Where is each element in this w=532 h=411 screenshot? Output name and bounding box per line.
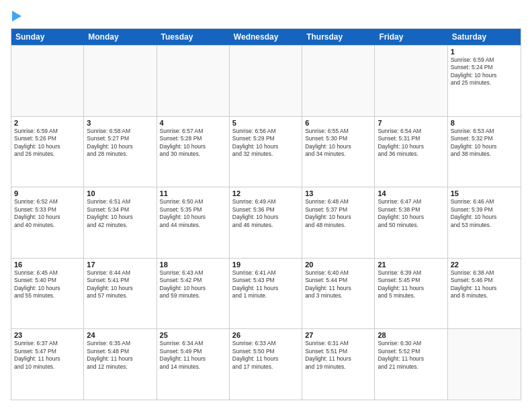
day-info: Sunrise: 6:52 AM Sunset: 5:33 PM Dayligh…	[14, 198, 81, 229]
day-number: 22	[451, 261, 518, 269]
day-number: 7	[378, 119, 444, 127]
calendar-empty-cell	[11, 46, 84, 116]
day-of-week-wednesday: Wednesday	[230, 29, 302, 45]
day-number: 1	[451, 48, 518, 56]
calendar-empty-cell	[448, 329, 521, 400]
day-number: 23	[14, 331, 81, 339]
calendar-day-23: 23Sunrise: 6:37 AM Sunset: 5:47 PM Dayli…	[11, 329, 84, 400]
calendar-empty-cell	[375, 46, 447, 116]
day-of-week-saturday: Saturday	[448, 29, 521, 45]
calendar-day-1: 1Sunrise: 6:59 AM Sunset: 5:24 PM Daylig…	[448, 46, 521, 116]
calendar-day-2: 2Sunrise: 6:59 AM Sunset: 5:26 PM Daylig…	[11, 117, 84, 187]
day-info: Sunrise: 6:53 AM Sunset: 5:32 PM Dayligh…	[451, 128, 518, 158]
day-number: 20	[305, 261, 371, 269]
calendar-day-3: 3Sunrise: 6:58 AM Sunset: 5:27 PM Daylig…	[84, 117, 157, 187]
day-info: Sunrise: 6:41 AM Sunset: 5:43 PM Dayligh…	[232, 269, 299, 300]
day-number: 11	[160, 189, 226, 197]
day-info: Sunrise: 6:47 AM Sunset: 5:38 PM Dayligh…	[378, 198, 444, 229]
calendar-body: 1Sunrise: 6:59 AM Sunset: 5:24 PM Daylig…	[11, 45, 521, 400]
calendar-day-7: 7Sunrise: 6:54 AM Sunset: 5:31 PM Daylig…	[375, 117, 447, 187]
page: SundayMondayTuesdayWednesdayThursdayFrid…	[0, 0, 532, 411]
day-number: 21	[378, 261, 444, 269]
calendar-day-25: 25Sunrise: 6:34 AM Sunset: 5:49 PM Dayli…	[157, 329, 230, 400]
day-number: 3	[87, 119, 153, 127]
day-number: 28	[378, 331, 444, 339]
day-of-week-thursday: Thursday	[302, 29, 375, 45]
day-info: Sunrise: 6:48 AM Sunset: 5:37 PM Dayligh…	[305, 198, 371, 229]
day-info: Sunrise: 6:34 AM Sunset: 5:49 PM Dayligh…	[160, 340, 226, 371]
day-number: 14	[378, 189, 444, 197]
day-info: Sunrise: 6:39 AM Sunset: 5:45 PM Dayligh…	[378, 269, 444, 300]
day-number: 5	[232, 119, 299, 127]
calendar-day-4: 4Sunrise: 6:57 AM Sunset: 5:28 PM Daylig…	[157, 117, 230, 187]
day-number: 6	[305, 119, 371, 127]
day-info: Sunrise: 6:33 AM Sunset: 5:50 PM Dayligh…	[232, 340, 299, 371]
calendar-day-20: 20Sunrise: 6:40 AM Sunset: 5:44 PM Dayli…	[302, 259, 375, 329]
day-info: Sunrise: 6:38 AM Sunset: 5:46 PM Dayligh…	[451, 269, 518, 300]
day-of-week-tuesday: Tuesday	[157, 29, 230, 45]
calendar-day-24: 24Sunrise: 6:35 AM Sunset: 5:48 PM Dayli…	[84, 329, 157, 400]
calendar-header: SundayMondayTuesdayWednesdayThursdayFrid…	[11, 29, 521, 45]
calendar-day-27: 27Sunrise: 6:31 AM Sunset: 5:51 PM Dayli…	[302, 329, 375, 400]
day-info: Sunrise: 6:37 AM Sunset: 5:47 PM Dayligh…	[14, 340, 81, 371]
day-number: 27	[305, 331, 371, 339]
calendar-day-9: 9Sunrise: 6:52 AM Sunset: 5:33 PM Daylig…	[11, 187, 84, 258]
day-number: 19	[232, 261, 299, 269]
day-number: 2	[14, 119, 81, 127]
day-info: Sunrise: 6:57 AM Sunset: 5:28 PM Dayligh…	[160, 128, 226, 158]
calendar-empty-cell	[84, 46, 157, 116]
day-number: 13	[305, 189, 371, 197]
day-info: Sunrise: 6:59 AM Sunset: 5:26 PM Dayligh…	[14, 128, 81, 158]
day-info: Sunrise: 6:30 AM Sunset: 5:52 PM Dayligh…	[378, 340, 444, 371]
calendar-day-11: 11Sunrise: 6:50 AM Sunset: 5:35 PM Dayli…	[157, 187, 230, 258]
calendar-day-14: 14Sunrise: 6:47 AM Sunset: 5:38 PM Dayli…	[375, 187, 447, 258]
day-of-week-sunday: Sunday	[11, 29, 84, 45]
calendar-day-26: 26Sunrise: 6:33 AM Sunset: 5:50 PM Dayli…	[230, 329, 302, 400]
logo	[11, 11, 21, 21]
day-info: Sunrise: 6:50 AM Sunset: 5:35 PM Dayligh…	[160, 198, 226, 229]
calendar-day-16: 16Sunrise: 6:45 AM Sunset: 5:40 PM Dayli…	[11, 259, 84, 329]
calendar-day-5: 5Sunrise: 6:56 AM Sunset: 5:29 PM Daylig…	[230, 117, 302, 187]
day-number: 26	[232, 331, 299, 339]
day-info: Sunrise: 6:46 AM Sunset: 5:39 PM Dayligh…	[451, 198, 518, 229]
calendar: SundayMondayTuesdayWednesdayThursdayFrid…	[11, 28, 521, 400]
day-info: Sunrise: 6:40 AM Sunset: 5:44 PM Dayligh…	[305, 269, 371, 300]
day-number: 17	[87, 261, 153, 269]
day-info: Sunrise: 6:45 AM Sunset: 5:40 PM Dayligh…	[14, 269, 81, 300]
day-number: 10	[87, 189, 153, 197]
calendar-empty-cell	[302, 46, 375, 116]
day-of-week-friday: Friday	[375, 29, 447, 45]
calendar-week-4: 16Sunrise: 6:45 AM Sunset: 5:40 PM Dayli…	[11, 258, 521, 329]
calendar-week-1: 1Sunrise: 6:59 AM Sunset: 5:24 PM Daylig…	[11, 45, 521, 116]
calendar-day-8: 8Sunrise: 6:53 AM Sunset: 5:32 PM Daylig…	[448, 117, 521, 187]
day-info: Sunrise: 6:51 AM Sunset: 5:34 PM Dayligh…	[87, 198, 153, 229]
day-info: Sunrise: 6:56 AM Sunset: 5:29 PM Dayligh…	[232, 128, 299, 158]
day-info: Sunrise: 6:35 AM Sunset: 5:48 PM Dayligh…	[87, 340, 153, 371]
day-info: Sunrise: 6:59 AM Sunset: 5:24 PM Dayligh…	[451, 56, 518, 87]
calendar-day-21: 21Sunrise: 6:39 AM Sunset: 5:45 PM Dayli…	[375, 259, 447, 329]
day-info: Sunrise: 6:43 AM Sunset: 5:42 PM Dayligh…	[160, 269, 226, 300]
day-info: Sunrise: 6:44 AM Sunset: 5:41 PM Dayligh…	[87, 269, 153, 300]
header	[11, 11, 521, 21]
day-info: Sunrise: 6:54 AM Sunset: 5:31 PM Dayligh…	[378, 128, 444, 158]
calendar-day-10: 10Sunrise: 6:51 AM Sunset: 5:34 PM Dayli…	[84, 187, 157, 258]
day-info: Sunrise: 6:55 AM Sunset: 5:30 PM Dayligh…	[305, 128, 371, 158]
calendar-day-12: 12Sunrise: 6:49 AM Sunset: 5:36 PM Dayli…	[230, 187, 302, 258]
day-number: 25	[160, 331, 226, 339]
day-number: 16	[14, 261, 81, 269]
calendar-empty-cell	[157, 46, 230, 116]
day-number: 8	[451, 119, 518, 127]
calendar-day-28: 28Sunrise: 6:30 AM Sunset: 5:52 PM Dayli…	[375, 329, 447, 400]
calendar-day-15: 15Sunrise: 6:46 AM Sunset: 5:39 PM Dayli…	[448, 187, 521, 258]
day-of-week-monday: Monday	[84, 29, 157, 45]
day-info: Sunrise: 6:49 AM Sunset: 5:36 PM Dayligh…	[232, 198, 299, 229]
logo-arrow-icon	[12, 11, 21, 21]
day-number: 9	[14, 189, 81, 197]
day-number: 12	[232, 189, 299, 197]
day-number: 4	[160, 119, 226, 127]
calendar-week-2: 2Sunrise: 6:59 AM Sunset: 5:26 PM Daylig…	[11, 116, 521, 187]
day-number: 24	[87, 331, 153, 339]
calendar-empty-cell	[230, 46, 302, 116]
day-number: 18	[160, 261, 226, 269]
calendar-week-5: 23Sunrise: 6:37 AM Sunset: 5:47 PM Dayli…	[11, 328, 521, 400]
